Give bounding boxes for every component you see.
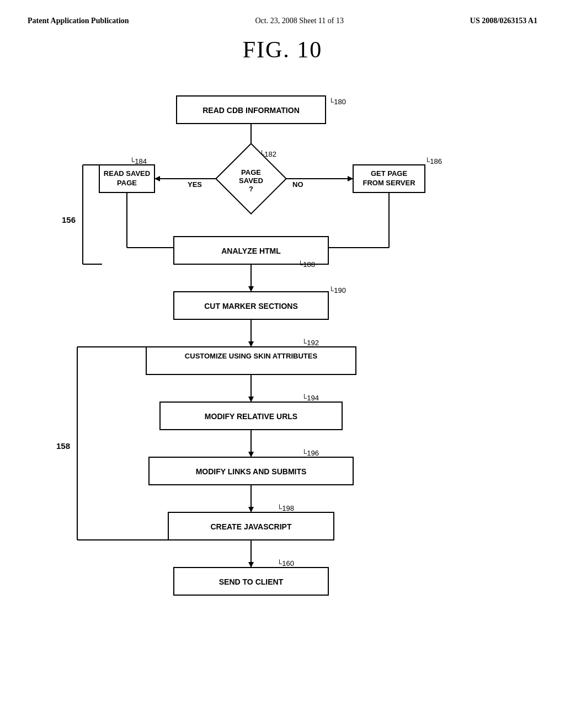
svg-marker-13 [154,176,160,181]
svg-text:PAGE: PAGE [117,179,137,187]
svg-marker-48 [248,452,254,457]
svg-text:CUT MARKER SECTIONS: CUT MARKER SECTIONS [204,302,298,311]
svg-text:READ CDB INFORMATION: READ CDB INFORMATION [202,106,300,115]
svg-text:CUSTOMIZE USING  SKIN ATTRIBUT: CUSTOMIZE USING SKIN ATTRIBUTES [185,352,318,360]
svg-text:FROM SERVER: FROM SERVER [363,179,415,187]
svg-text:ANALYZE HTML: ANALYZE HTML [221,247,281,255]
diagram-container: READ CDB INFORMATION └180 PAGE SAVED ? └… [28,79,537,708]
svg-text:└184: └184 [130,157,147,165]
svg-marker-53 [248,507,254,512]
svg-text:SEND TO CLIENT: SEND TO CLIENT [219,577,284,586]
svg-text:READ SAVED: READ SAVED [104,169,150,178]
svg-marker-58 [248,562,254,568]
svg-text:└182: └182 [259,150,276,158]
svg-text:└194: └194 [302,394,319,402]
svg-marker-19 [348,176,353,181]
svg-text:└180: └180 [329,98,346,106]
svg-text:GET PAGE: GET PAGE [371,169,408,178]
svg-text:NO: NO [292,180,303,189]
svg-text:?: ? [249,185,253,193]
header-left: Patent Application Publication [28,17,129,25]
svg-text:└186: └186 [425,157,442,165]
svg-text:└160: └160 [277,559,294,568]
svg-text:└188: └188 [298,260,315,269]
svg-marker-38 [248,341,254,347]
svg-marker-33 [248,286,254,292]
svg-text:└190: └190 [329,286,346,295]
svg-rect-40 [146,347,356,374]
svg-text:YES: YES [188,180,202,189]
svg-text:156: 156 [62,215,76,224]
svg-text:└192: └192 [302,339,319,347]
header: Patent Application Publication Oct. 23, … [28,17,537,25]
svg-text:MODIFY RELATIVE URLS: MODIFY RELATIVE URLS [205,412,297,421]
figure-title: FIG. 10 [28,36,537,63]
svg-text:MODIFY LINKS AND SUBMITS: MODIFY LINKS AND SUBMITS [196,467,307,476]
svg-text:SAVED: SAVED [239,176,263,185]
svg-marker-43 [248,397,254,402]
svg-text:└196: └196 [302,449,319,457]
page: Patent Application Publication Oct. 23, … [0,0,565,728]
svg-text:CREATE JAVASCRIPT: CREATE JAVASCRIPT [210,522,291,531]
svg-text:PAGE: PAGE [241,168,261,176]
diagram-svg: READ CDB INFORMATION └180 PAGE SAVED ? └… [28,79,537,708]
header-right: US 2008/0263153 A1 [470,17,537,25]
svg-text:└198: └198 [277,504,294,512]
header-center: Oct. 23, 2008 Sheet 11 of 13 [255,17,343,25]
svg-text:158: 158 [56,441,70,451]
